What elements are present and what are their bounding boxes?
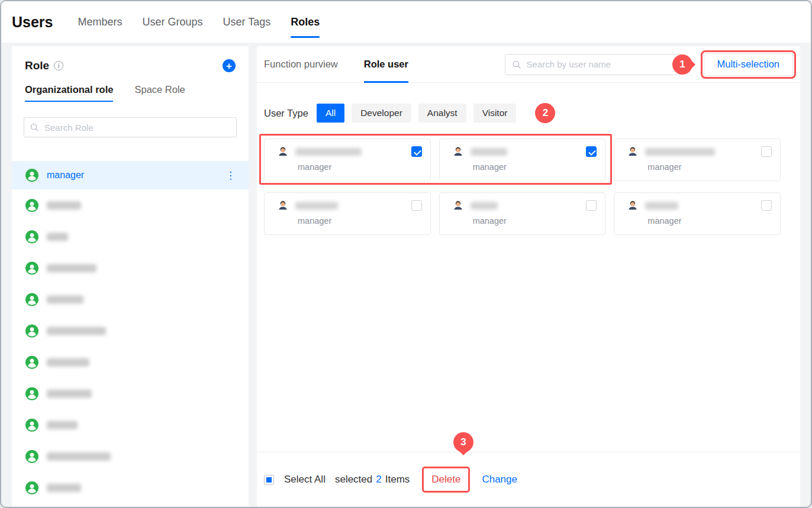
tab-user-groups[interactable]: User Groups	[143, 1, 203, 43]
badge-tail	[687, 60, 695, 69]
user-card[interactable]: manager	[264, 139, 431, 181]
user-checkbox[interactable]	[586, 146, 597, 157]
tab-space-role[interactable]: Space Role	[134, 84, 185, 102]
filter-visitor-button[interactable]: Visitor	[473, 104, 517, 123]
user-card-header	[273, 146, 422, 157]
role-detail-panel: Function purview Role user 1 Multi-selec…	[257, 46, 800, 507]
role-search-box	[24, 117, 237, 137]
role-avatar-icon	[25, 418, 39, 432]
user-checkbox[interactable]	[586, 200, 597, 211]
tab-function-purview[interactable]: Function purview	[264, 46, 338, 83]
redacted-role-name	[47, 233, 68, 241]
add-role-button[interactable]: +	[223, 59, 236, 72]
user-avatar-icon	[627, 200, 638, 211]
selected-suffix: Items	[385, 474, 410, 486]
filter-developer-button[interactable]: Developer	[352, 104, 411, 123]
role-avatar-icon	[25, 230, 39, 244]
user-card[interactable]: manager	[264, 192, 431, 235]
role-item-redacted[interactable]	[12, 252, 249, 284]
user-checkbox[interactable]	[761, 146, 772, 157]
user-checkbox[interactable]	[411, 146, 422, 157]
user-card[interactable]: manager	[439, 139, 606, 181]
filter-all-button[interactable]: All	[317, 104, 344, 123]
header-tabs: Members User Groups User Tags Roles	[78, 1, 320, 43]
user-search-box	[505, 54, 682, 75]
sidebar-title: Role	[25, 59, 49, 72]
role-user-content: User Type All Developer Analyst Visitor …	[257, 103, 800, 235]
user-card[interactable]: manager	[614, 192, 781, 235]
role-avatar-icon	[25, 355, 39, 369]
user-card[interactable]: manager	[614, 139, 781, 181]
role-sidebar: Role i + Organizational role Space Role …	[12, 46, 249, 507]
user-role-label: manager	[623, 216, 772, 226]
search-icon	[30, 123, 38, 131]
change-button[interactable]: Change	[482, 474, 517, 486]
role-item-redacted[interactable]	[12, 284, 249, 315]
redacted-role-name	[47, 358, 89, 366]
role-more-menu-icon[interactable]: ⋮	[225, 169, 236, 182]
user-role-label: manager	[448, 162, 597, 172]
user-role-label: manager	[623, 162, 772, 172]
tab-user-tags[interactable]: User Tags	[223, 1, 271, 43]
role-item-redacted[interactable]	[12, 409, 249, 441]
select-all-label: Select All	[284, 474, 326, 486]
tab-role-user[interactable]: Role user	[364, 46, 408, 83]
user-type-filter: User Type All Developer Analyst Visitor …	[264, 103, 781, 123]
role-search-input[interactable]	[43, 122, 230, 133]
filter-analyst-button[interactable]: Analyst	[418, 104, 466, 123]
select-all-checkbox[interactable]	[264, 475, 274, 485]
users-admin-screen: Users Members User Groups User Tags Role…	[0, 0, 812, 508]
user-checkbox[interactable]	[411, 200, 422, 211]
role-item-redacted[interactable]	[12, 378, 249, 409]
delete-button[interactable]: Delete	[431, 474, 460, 485]
role-item-redacted[interactable]	[12, 472, 249, 503]
user-cards-grid: manager manager manager	[264, 139, 781, 235]
redacted-user-name	[295, 202, 338, 210]
role-item-redacted[interactable]	[12, 346, 249, 378]
search-icon	[513, 60, 521, 69]
annotation-step-1-badge: 1	[672, 54, 692, 75]
role-item-redacted[interactable]	[12, 441, 249, 472]
top-header: Users Members User Groups User Tags Role…	[1, 1, 811, 43]
annotation-step-2-badge: 2	[535, 103, 555, 123]
user-search-input[interactable]	[526, 59, 675, 70]
user-role-label: manager	[273, 162, 422, 172]
role-avatar-icon	[25, 261, 39, 275]
user-avatar-icon	[278, 200, 288, 211]
selected-count: 2	[376, 474, 381, 486]
redacted-role-name	[47, 201, 81, 210]
page-title: Users	[12, 14, 53, 31]
role-item-redacted[interactable]	[12, 315, 249, 346]
annotation-step-3-badge: 3	[453, 432, 473, 452]
user-role-label: manager	[273, 216, 422, 226]
user-card[interactable]: manager	[439, 192, 606, 235]
user-type-label: User Type	[264, 108, 308, 119]
role-item-redacted[interactable]	[12, 221, 249, 252]
tab-roles[interactable]: Roles	[291, 1, 320, 43]
user-avatar-icon	[627, 146, 638, 157]
redacted-user-name	[471, 202, 498, 210]
tab-members[interactable]: Members	[78, 1, 123, 43]
user-card-header	[273, 200, 422, 211]
role-item-manager[interactable]: manager ⋮	[12, 161, 249, 189]
role-item-redacted[interactable]	[12, 189, 249, 221]
redacted-user-name	[295, 148, 362, 156]
redacted-role-name	[47, 452, 111, 461]
sidebar-header: Role i +	[12, 46, 249, 72]
tab-organizational-role[interactable]: Organizational role	[25, 84, 113, 102]
annotation-delete-box: Delete	[424, 468, 468, 491]
info-icon: i	[54, 61, 63, 70]
selection-footer: Select All selected 2 Items Delete Chang…	[257, 452, 800, 507]
multi-selection-button[interactable]: Multi-selection	[704, 53, 793, 76]
selected-prefix: selected	[335, 474, 372, 486]
user-checkbox[interactable]	[761, 200, 772, 211]
role-avatar-icon	[25, 481, 39, 495]
user-avatar-icon	[453, 146, 463, 157]
indeterminate-mark	[266, 477, 272, 483]
user-avatar-icon	[278, 146, 288, 157]
redacted-role-name	[47, 295, 83, 304]
redacted-role-name	[47, 264, 96, 272]
role-avatar-icon	[25, 387, 39, 401]
user-avatar-icon	[453, 200, 463, 211]
redacted-role-name	[47, 327, 106, 335]
